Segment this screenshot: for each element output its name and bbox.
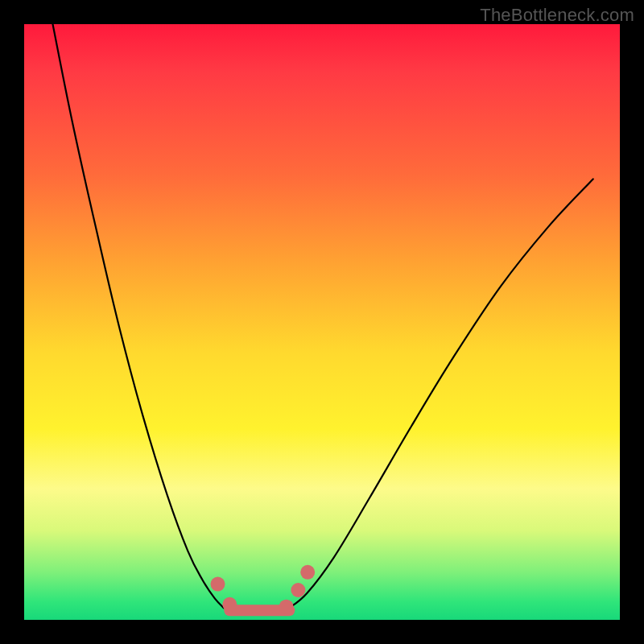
curve-marker bbox=[211, 577, 225, 592]
curve-marker bbox=[279, 600, 294, 614]
curve-marker bbox=[222, 597, 237, 612]
curve-marker bbox=[291, 583, 305, 597]
outer-frame: TheBottleneck.com bbox=[0, 0, 644, 644]
curve-svg bbox=[24, 24, 620, 620]
watermark-text: TheBottleneck.com bbox=[480, 5, 634, 26]
gradient-plot-area bbox=[24, 24, 620, 620]
curve-left-branch bbox=[53, 24, 224, 608]
curve-right-branch bbox=[289, 179, 592, 608]
curve-marker bbox=[300, 565, 315, 580]
